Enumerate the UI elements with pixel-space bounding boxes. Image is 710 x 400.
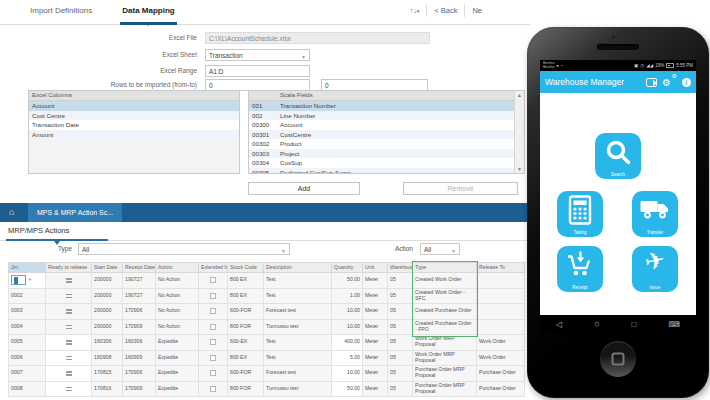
receipt-tile[interactable]: Receipt bbox=[557, 246, 603, 292]
unit-cell[interactable]: Meter bbox=[363, 304, 388, 320]
excel-columns-listbox[interactable]: Excel Columns AccountCost CentreTransact… bbox=[28, 90, 240, 174]
action-cell[interactable]: Expedite bbox=[156, 351, 199, 367]
jrn-cell[interactable]: 0007 ▼ bbox=[8, 366, 46, 382]
type-cell[interactable]: Created Work Order bbox=[413, 273, 477, 289]
col-header-extended-info[interactable]: Extended Info bbox=[199, 262, 228, 273]
table-row[interactable]: 0002 ▼ 200000 190727 No Action 800 EX Te… bbox=[8, 289, 525, 305]
description-cell[interactable]: Tunnussu test bbox=[264, 382, 332, 398]
ready-to-release-cell[interactable] bbox=[46, 382, 92, 398]
checkbox-unchecked[interactable] bbox=[210, 324, 216, 330]
receipt-date-cell[interactable]: 170909 bbox=[123, 320, 156, 336]
receipt-date-cell[interactable]: 160909 bbox=[123, 351, 156, 367]
start-date-cell[interactable]: 200000 bbox=[92, 304, 123, 320]
tab-import-definitions[interactable]: Import Definitions bbox=[28, 0, 94, 25]
unit-cell[interactable]: Meter bbox=[363, 351, 388, 367]
nav-home-icon[interactable]: ○ bbox=[594, 319, 599, 329]
extended-info-cell[interactable] bbox=[199, 273, 228, 289]
jrn-cell[interactable]: 0001 ▼ bbox=[8, 273, 46, 289]
release-to-cell[interactable] bbox=[477, 289, 525, 305]
chevron-down-icon[interactable]: ▼ bbox=[28, 278, 32, 283]
col-header-warehouse[interactable]: Warehouse bbox=[388, 262, 413, 273]
action-cell[interactable]: Expedite bbox=[156, 335, 199, 351]
table-row[interactable]: 0006 ▼ 160908 160909 Expedite 800 EX Tes… bbox=[8, 351, 525, 367]
excel-range-input[interactable]: A1:D bbox=[205, 65, 310, 77]
description-cell[interactable]: Test bbox=[264, 335, 332, 351]
release-to-cell[interactable] bbox=[477, 273, 525, 289]
action-cell[interactable]: Expedite bbox=[156, 382, 199, 398]
warehouse-cell[interactable]: 05 bbox=[388, 366, 413, 382]
col-header-start-date[interactable]: Start Date bbox=[92, 262, 123, 273]
description-cell[interactable]: Forecast test bbox=[264, 366, 332, 382]
list-item[interactable]: Cost Centre bbox=[29, 111, 239, 121]
extended-info-cell[interactable] bbox=[199, 320, 228, 336]
list-item[interactable]: 00301 CostCentre bbox=[249, 130, 514, 140]
release-to-cell[interactable]: Purchase Order bbox=[477, 382, 525, 398]
unit-cell[interactable]: Meter bbox=[363, 289, 388, 305]
list-item[interactable]: 00305 Dedicated Cus/Sup Segm bbox=[249, 168, 514, 175]
start-date-cell[interactable]: 160908 bbox=[92, 351, 123, 367]
spinner-icon[interactable] bbox=[66, 294, 72, 299]
start-date-cell[interactable]: 170816 bbox=[92, 382, 123, 398]
remove-button[interactable]: Remove bbox=[403, 182, 518, 195]
start-date-cell[interactable]: 200000 bbox=[92, 289, 123, 305]
physical-home-button[interactable] bbox=[599, 340, 637, 378]
home-icon[interactable]: ⌂ bbox=[9, 207, 14, 218]
extended-info-cell[interactable] bbox=[199, 335, 228, 351]
ready-to-release-cell[interactable] bbox=[46, 351, 92, 367]
stock-code-cell[interactable]: 600-FOR bbox=[228, 366, 264, 382]
quantity-cell[interactable]: 1.00 bbox=[332, 289, 363, 305]
col-header-quantity[interactable]: Quantity bbox=[332, 262, 363, 273]
table-row[interactable]: 0007 ▼ 170815 170906 Expedite 600-FOR Fo… bbox=[8, 366, 525, 382]
scala-fields-listbox[interactable]: Scala Fields 001 Transaction Number 002 … bbox=[248, 90, 525, 174]
start-date-cell[interactable]: 200000 bbox=[92, 320, 123, 336]
tab-data-mapping[interactable]: Data Mapping bbox=[120, 0, 176, 25]
extended-info-cell[interactable] bbox=[199, 289, 228, 305]
unit-cell[interactable]: Meter bbox=[363, 320, 388, 336]
warehouse-cell[interactable]: 05 bbox=[388, 335, 413, 351]
ready-to-release-cell[interactable] bbox=[46, 335, 92, 351]
info-icon[interactable]: i bbox=[682, 78, 691, 87]
jrn-cell[interactable]: 0006 ▼ bbox=[8, 351, 46, 367]
quantity-cell[interactable]: 5.00 bbox=[332, 351, 363, 367]
add-button[interactable]: Add bbox=[248, 182, 360, 195]
table-row[interactable]: 0005 ▼ 160306 160306 Expedite 600-EX Tes… bbox=[8, 335, 525, 351]
stock-code-cell[interactable]: 600-EX bbox=[228, 335, 264, 351]
transfer-tile[interactable]: Transfer bbox=[632, 191, 678, 237]
list-item[interactable]: 002 Line Number bbox=[249, 111, 514, 121]
checkbox-unchecked[interactable] bbox=[210, 355, 216, 361]
quantity-cell[interactable]: 400.00 bbox=[332, 335, 363, 351]
spinner-icon[interactable] bbox=[66, 325, 72, 330]
search-tile[interactable]: Search bbox=[595, 133, 641, 179]
unit-cell[interactable]: Meter bbox=[363, 335, 388, 351]
warehouse-cell[interactable]: 05 bbox=[388, 289, 413, 305]
action-cell[interactable]: No Action bbox=[156, 289, 199, 305]
release-to-cell[interactable] bbox=[477, 304, 525, 320]
checkbox-unchecked[interactable] bbox=[210, 339, 216, 345]
jrn-cell[interactable]: 0008 ▼ bbox=[8, 382, 46, 398]
action-cell[interactable]: No Action bbox=[156, 273, 199, 289]
spinner-icon[interactable] bbox=[66, 340, 72, 345]
col-header-type[interactable]: Type bbox=[413, 262, 477, 273]
checkbox-unchecked[interactable] bbox=[210, 308, 216, 314]
list-item[interactable]: 00303 Project bbox=[249, 149, 514, 159]
spinner-icon[interactable] bbox=[66, 278, 72, 283]
ready-to-release-cell[interactable] bbox=[46, 320, 92, 336]
description-cell[interactable]: Forecast test bbox=[264, 304, 332, 320]
jrn-cell[interactable]: 0004 ▼ bbox=[8, 320, 46, 336]
col-header-jrn[interactable]: Jrn bbox=[8, 262, 46, 273]
quantity-cell[interactable]: 10.00 bbox=[332, 320, 363, 336]
ready-to-release-cell[interactable] bbox=[46, 289, 92, 305]
extended-info-cell[interactable] bbox=[199, 366, 228, 382]
spinner-icon[interactable] bbox=[66, 371, 72, 376]
stock-code-cell[interactable]: 800 FOR bbox=[228, 382, 264, 398]
type-cell[interactable]: Work Order MRP Proposal bbox=[413, 335, 477, 351]
nav-recents-icon[interactable]: □ bbox=[632, 320, 637, 329]
extended-info-cell[interactable] bbox=[199, 304, 228, 320]
warehouse-cell[interactable]: 05 bbox=[388, 351, 413, 367]
stock-code-cell[interactable]: 800 EX bbox=[228, 289, 264, 305]
description-cell[interactable]: Tunnussu test bbox=[264, 320, 332, 336]
unit-cell[interactable]: Meter bbox=[363, 366, 388, 382]
type-cell[interactable]: Purchase Order MRP Proposal bbox=[413, 382, 477, 398]
list-item[interactable]: 001 Transaction Number bbox=[249, 101, 514, 111]
description-cell[interactable]: Test bbox=[264, 273, 332, 289]
